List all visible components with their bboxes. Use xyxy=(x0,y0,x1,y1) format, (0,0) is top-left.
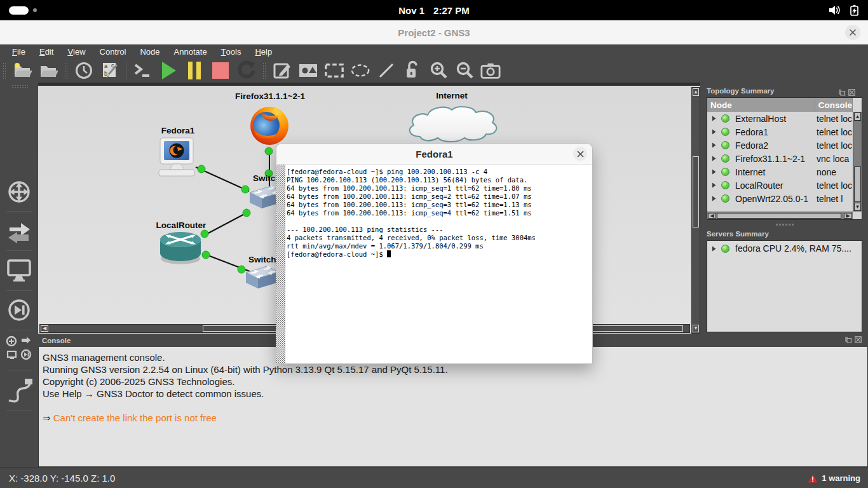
dock-splitter-handle[interactable] xyxy=(775,223,794,226)
menu-control[interactable]: Control xyxy=(93,44,133,58)
draw-line-button[interactable] xyxy=(376,60,397,81)
fedora1-node-icon[interactable] xyxy=(156,137,200,177)
screenshot-button[interactable] xyxy=(480,60,501,81)
column-header-console[interactable]: Console xyxy=(815,98,853,112)
close-panel-icon[interactable] xyxy=(848,89,855,96)
table-row-openwrt-partial[interactable]: OpenWrt22.05.0-1 telnet l xyxy=(707,192,853,205)
float-panel-icon[interactable] xyxy=(845,336,852,343)
table-row-fedora2[interactable]: Fedora2 telnet loc xyxy=(707,139,853,152)
window-close-button[interactable] xyxy=(845,25,860,40)
add-link-button[interactable] xyxy=(5,376,33,404)
scroll-left-button[interactable]: ◀ xyxy=(41,325,48,332)
link-localrouter-switch1[interactable] xyxy=(205,212,248,235)
volume-icon[interactable] xyxy=(829,5,841,15)
lock-unlock-button[interactable] xyxy=(402,60,423,81)
clock-menu[interactable]: Nov 1 2:27 PM xyxy=(0,0,868,20)
console-all-button[interactable] xyxy=(132,60,153,81)
zoom-in-button[interactable] xyxy=(428,60,449,81)
expander-icon[interactable] xyxy=(711,182,717,188)
expander-icon[interactable] xyxy=(711,169,717,175)
gns3-window-titlebar[interactable]: Project2 - GNS3 xyxy=(0,20,868,44)
expander-icon[interactable] xyxy=(711,156,717,161)
zoom-out-button[interactable] xyxy=(454,60,475,81)
menu-tools[interactable]: Tools xyxy=(214,44,248,58)
menu-annotate[interactable]: Annotate xyxy=(167,44,214,58)
topology-summary-titlebar[interactable]: Topology Summary xyxy=(707,85,862,97)
device-toolbar-drag-handle[interactable] xyxy=(11,85,28,88)
menu-help[interactable]: Help xyxy=(248,44,279,58)
terminal-close-button[interactable] xyxy=(573,147,587,161)
table-row-internet[interactable]: Internet none xyxy=(707,165,853,179)
stop-all-button[interactable] xyxy=(210,60,231,81)
suspend-all-button[interactable] xyxy=(184,60,205,81)
topology-hscroll-thumb[interactable] xyxy=(717,213,841,219)
reload-all-button[interactable] xyxy=(236,60,257,81)
scroll-right-button[interactable]: ▶ xyxy=(844,213,852,219)
fedora1-terminal-window[interactable]: Fedora1 [fedora@fedora-cloud ~]$ ping 10… xyxy=(276,143,593,364)
internet-cloud-icon[interactable] xyxy=(402,103,501,146)
servers-summary-titlebar[interactable]: Servers Summary xyxy=(707,227,862,240)
battery-charging-icon[interactable] xyxy=(850,4,859,17)
add-note-button[interactable] xyxy=(272,60,292,81)
topology-table-header[interactable]: Node Console xyxy=(707,98,853,112)
node-label-internet[interactable]: Internet xyxy=(436,91,468,100)
toolbar-drag-handle[interactable] xyxy=(262,62,266,79)
browse-end-devices-button[interactable] xyxy=(5,256,33,284)
expander-icon[interactable] xyxy=(711,116,717,121)
localrouter-node-icon[interactable] xyxy=(159,229,202,266)
toolbar-drag-handle[interactable] xyxy=(3,62,6,79)
terminal-titlebar[interactable]: Fedora1 xyxy=(276,144,592,165)
topology-horizontal-scrollbar[interactable]: ◀ ▶ xyxy=(707,212,853,219)
start-all-button[interactable] xyxy=(158,60,179,81)
snapshot-clock-button[interactable] xyxy=(74,60,94,81)
browse-switches-button[interactable] xyxy=(5,217,33,245)
terminal-scrollbar[interactable] xyxy=(276,165,285,363)
node-label-localrouter[interactable]: LocalRouter xyxy=(156,220,207,230)
menu-edit[interactable]: Edit xyxy=(32,44,60,58)
browse-routers-button[interactable] xyxy=(5,178,33,206)
menu-view[interactable]: View xyxy=(60,44,92,58)
scroll-up-button[interactable]: ▲ xyxy=(693,88,699,96)
expander-icon[interactable] xyxy=(711,129,717,135)
scroll-down-button[interactable]: ▼ xyxy=(693,325,699,332)
table-row-firefox[interactable]: Firefox31.1.1~2-1 vnc loca xyxy=(707,152,853,165)
open-project-button[interactable] xyxy=(38,60,58,81)
expander-icon[interactable] xyxy=(711,246,717,252)
float-panel-icon[interactable] xyxy=(839,89,846,96)
terminal-output[interactable]: [fedora@fedora-cloud ~]$ ping 100.200.10… xyxy=(287,168,591,362)
table-row-externalhost[interactable]: ExternalHost telnet loc xyxy=(707,112,853,125)
table-row-fedora1[interactable]: Fedora1 telnet loc xyxy=(707,125,853,139)
close-panel-icon[interactable] xyxy=(855,336,862,343)
insert-picture-button[interactable] xyxy=(298,60,318,81)
system-tray[interactable] xyxy=(829,0,859,20)
draw-rectangle-button[interactable] xyxy=(324,60,344,81)
device-toolbar xyxy=(0,83,38,467)
warning-status[interactable]: 1 warning xyxy=(808,468,860,488)
expander-icon[interactable] xyxy=(711,142,717,148)
expander-icon[interactable] xyxy=(711,196,717,201)
topology-vscroll-thumb[interactable] xyxy=(854,166,861,202)
management-console-output[interactable]: GNS3 management console. Running GNS3 ve… xyxy=(38,347,868,467)
browse-all-devices-button[interactable] xyxy=(5,334,33,362)
draw-ellipse-button[interactable] xyxy=(350,60,370,81)
menu-node[interactable]: Node xyxy=(133,44,166,58)
scroll-left-button[interactable]: ◀ xyxy=(708,213,716,219)
firefox-node-icon[interactable] xyxy=(248,105,290,147)
node-label-switch2[interactable]: Switch xyxy=(248,255,276,264)
browse-security-devices-button[interactable] xyxy=(5,296,33,324)
server-row-fedora[interactable]: fedora CPU 2.4%, RAM 75.... xyxy=(707,241,862,255)
topology-vertical-scrollbar[interactable]: ▲ ▼ xyxy=(853,112,862,212)
column-header-node[interactable]: Node xyxy=(707,98,815,112)
scroll-down-button[interactable]: ▼ xyxy=(854,203,861,211)
new-project-button[interactable] xyxy=(12,60,32,81)
node-label-firefox[interactable]: Firefox31.1.1~2-1 xyxy=(235,92,305,101)
scroll-up-button[interactable]: ▲ xyxy=(854,112,861,121)
canvas-vscroll-thumb[interactable] xyxy=(693,156,699,227)
menu-file[interactable]: File xyxy=(5,44,32,58)
interface-labels-button[interactable]: a c b xyxy=(100,60,120,81)
canvas-vertical-scrollbar[interactable]: ▲ ▼ xyxy=(691,87,700,334)
switch2-node-icon[interactable] xyxy=(239,264,280,294)
table-row-localrouter[interactable]: LocalRouter telnet loc xyxy=(707,179,853,192)
toolbar-drag-handle[interactable] xyxy=(64,62,68,79)
node-label-fedora1[interactable]: Fedora1 xyxy=(161,126,195,135)
